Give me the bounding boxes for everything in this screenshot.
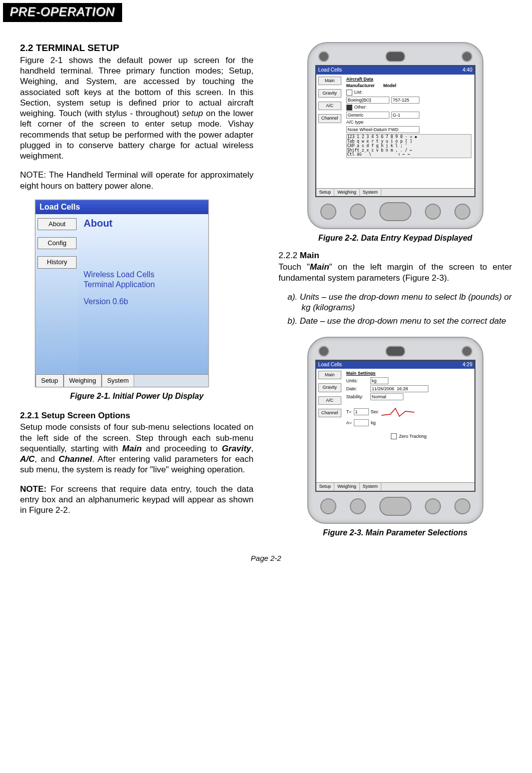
para-2-2-1: Setup mode consists of four sub-menu sel… xyxy=(20,422,254,475)
hw-button-4[interactable] xyxy=(454,498,470,514)
fig22-bar-time: 4:40 xyxy=(462,67,472,74)
other-checkbox[interactable] xyxy=(346,105,352,111)
fig23-main: Main Settings Units: Date: Stability: T=… xyxy=(343,369,474,483)
fig22-bar-title: Load Cells xyxy=(318,67,342,74)
list-checkbox[interactable] xyxy=(346,90,352,96)
note-battery: NOTE: The Handheld Terminal will operate… xyxy=(20,170,254,191)
hw-button-4[interactable] xyxy=(454,204,470,220)
fig23-bar-time: 4:29 xyxy=(462,362,472,368)
hw-button-1[interactable] xyxy=(320,204,336,220)
pda-top2 xyxy=(315,343,475,360)
manufacturer-input[interactable] xyxy=(346,97,389,104)
pda-speaker-icon xyxy=(385,51,405,62)
fig21-tab-system[interactable]: System xyxy=(102,375,134,387)
page-footer: Page 2-2 xyxy=(0,554,532,562)
figure-2-2-device: Load Cells 4:40 Main Gravity A/C Channel… xyxy=(307,42,483,229)
fig22-tab-system[interactable]: System xyxy=(360,189,381,196)
fig21-tab-setup[interactable]: Setup xyxy=(36,375,64,387)
fig23-btn-gravity[interactable]: Gravity xyxy=(318,383,341,392)
units-select[interactable] xyxy=(370,377,388,384)
model-input[interactable] xyxy=(391,97,419,104)
fig22-tab-setup[interactable]: Setup xyxy=(316,189,335,196)
fig21-btn-config[interactable]: Config xyxy=(38,237,77,249)
fig22-screen: Load Cells 4:40 Main Gravity A/C Channel… xyxy=(315,65,475,197)
hw-button-2[interactable] xyxy=(350,498,366,514)
fig22-tab-weighing[interactable]: Weighing xyxy=(334,189,359,196)
list-label: List: xyxy=(354,90,363,95)
date-select[interactable] xyxy=(370,385,428,392)
pda-button-icon xyxy=(461,51,472,62)
t-unit: Sec xyxy=(371,409,379,415)
fig23-btn-ac[interactable]: A/C xyxy=(318,396,341,405)
fig23-btn-main[interactable]: Main xyxy=(318,371,341,379)
stability-select[interactable] xyxy=(370,393,403,400)
main-bi: Main xyxy=(122,444,142,453)
fig23-titlebar: Load Cells 4:29 xyxy=(316,361,474,369)
fig23-content: Main Gravity A/C Channel Main Settings U… xyxy=(316,369,474,483)
a-input[interactable] xyxy=(354,419,369,426)
hw-dpad[interactable] xyxy=(379,202,411,221)
stability-label: Stability: xyxy=(346,394,368,400)
fig21-version: Version 0.6b xyxy=(84,297,203,307)
fig22-titlebar: Load Cells 4:40 xyxy=(316,66,474,75)
step-b: b). Date – use the drop-down menu to set… xyxy=(288,316,512,326)
fig22-btn-gravity[interactable]: Gravity xyxy=(318,89,341,98)
channel-bi: Channel xyxy=(59,454,92,464)
col-model: Model xyxy=(383,83,396,89)
pda-top xyxy=(315,48,475,65)
t-label: T= xyxy=(346,409,352,415)
fig21-body: About Config History About Wireless Load… xyxy=(36,214,208,374)
caption-2-3: Figure 2-3. Main Parameter Selections xyxy=(279,528,512,538)
hw-button-3[interactable] xyxy=(425,498,441,514)
fig22-btn-ac[interactable]: A/C xyxy=(318,102,341,110)
pda-hw-buttons xyxy=(315,197,475,221)
setup-italic: setup xyxy=(182,109,203,118)
pda-lens-icon xyxy=(318,51,329,62)
fig23-screen: Load Cells 4:29 Main Gravity A/C Channel… xyxy=(315,360,475,492)
a-unit: kg xyxy=(371,420,376,426)
fig23-btn-channel[interactable]: Channel xyxy=(318,409,341,417)
zero-label: Zero Tracking xyxy=(399,434,426,439)
hw-button-3[interactable] xyxy=(425,204,441,220)
fig23-tab-weighing[interactable]: Weighing xyxy=(334,483,359,490)
sub222-main: Main xyxy=(300,251,319,260)
note-rest: For screens that require data entry, tou… xyxy=(20,484,254,515)
actype-select[interactable] xyxy=(346,126,419,133)
hw-dpad[interactable] xyxy=(379,497,411,516)
hw-button-1[interactable] xyxy=(320,498,336,514)
fig23-tab-system[interactable]: System xyxy=(360,483,381,490)
note-bold: NOTE: xyxy=(20,484,47,494)
text: , and xyxy=(35,454,59,464)
t-input[interactable] xyxy=(354,408,369,415)
fig21-tab-weighing[interactable]: Weighing xyxy=(64,375,102,387)
pda-hw-buttons2 xyxy=(315,492,475,516)
fig21-btn-about[interactable]: About xyxy=(38,218,77,230)
graph-icon xyxy=(380,405,415,418)
generic-input[interactable] xyxy=(346,112,389,119)
fig21-sidebar: About Config History xyxy=(36,214,79,374)
text: , xyxy=(251,444,254,453)
fig21-main: About Wireless Load Cells Terminal Appli… xyxy=(79,214,208,374)
subheading-2-2-2: 2.2.2 Main xyxy=(279,250,512,261)
chapter-header: PRE-OPERATION xyxy=(3,3,122,22)
fig23-tab-setup[interactable]: Setup xyxy=(316,483,335,490)
fig21-appline2: Terminal Application xyxy=(84,280,203,290)
fig22-btn-main[interactable]: Main xyxy=(318,77,341,85)
sub222-num: 2.2.2 xyxy=(279,251,300,260)
ac-bi: A/C xyxy=(20,454,35,464)
fig21-btn-history[interactable]: History xyxy=(38,256,77,268)
date-label: Date: xyxy=(346,386,368,392)
caption-2-1: Figure 2-1. Initial Power Up Display xyxy=(20,391,254,401)
text: Touch " xyxy=(279,262,310,272)
fig22-heading: Aircraft Data xyxy=(346,77,471,82)
left-column: 2.2 TERMINAL SETUP Figure 2-1 shows the … xyxy=(20,42,254,545)
pda-button-icon xyxy=(461,346,472,357)
g1-input[interactable] xyxy=(391,112,419,119)
fig22-bottom-tabs: Setup Weighing System xyxy=(316,188,474,196)
onscreen-keyboard[interactable]: 123 1 2 3 4 5 6 7 8 9 0 - = ◆ Tab q w e … xyxy=(346,134,471,158)
para-2-2: Figure 2-1 shows the default power up sc… xyxy=(20,55,254,162)
fig22-btn-channel[interactable]: Channel xyxy=(318,114,341,123)
hw-button-2[interactable] xyxy=(350,204,366,220)
pda-speaker-icon xyxy=(385,346,405,357)
zero-checkbox[interactable] xyxy=(391,433,397,439)
